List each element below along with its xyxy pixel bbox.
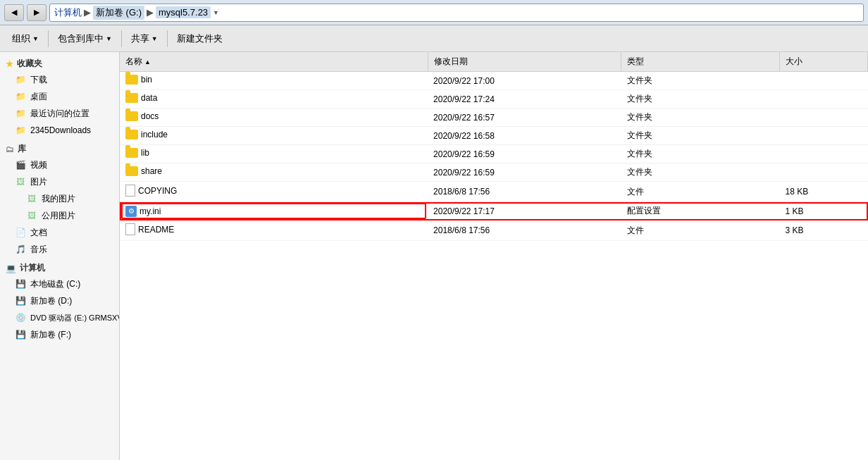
new-folder-label: 新建文件夹 [177,32,223,45]
sidebar-item-f[interactable]: 💾 新加卷 (F:) [0,326,119,343]
cell-name: include [120,127,428,145]
favorites-header[interactable]: ★ 收藏夹 [0,55,119,71]
sidebar-video-label: 视频 [30,159,47,171]
breadcrumb-folder[interactable]: mysql5.7.23 [156,6,211,18]
sidebar-item-music[interactable]: 🎵 音乐 [0,241,119,258]
breadcrumb-drive[interactable]: 新加卷 (G:) [93,6,144,20]
include-lib-label: 包含到库中 [58,32,104,45]
folder-icon [125,93,138,103]
breadcrumb-dropdown[interactable]: ▼ [213,9,219,16]
folder-icon [125,148,138,158]
sidebar-doc-label: 文档 [30,227,47,239]
table-row[interactable]: lib2020/9/22 16:59文件夹 [120,145,868,163]
cell-date: 2020/9/22 16:58 [428,127,621,145]
sidebar-item-picture[interactable]: 🖼 图片 [0,173,119,190]
cell-name: lib [120,145,428,163]
cell-type: 文件 [621,182,780,202]
sidebar: ★ 收藏夹 📁 下载 📁 桌面 📁 最近访问的位置 📁 2345Download… [0,52,120,460]
cell-date: 2020/9/22 16:59 [428,145,621,163]
cell-date: 2020/9/22 16:57 [428,108,621,127]
cell-size [780,145,868,163]
cell-size: 3 KB [780,220,868,241]
computer-label: 计算机 [20,262,45,274]
picture-icon: 🖼 [14,175,27,188]
favorites-section: ★ 收藏夹 📁 下载 📁 桌面 📁 最近访问的位置 📁 2345Download… [0,55,119,139]
cell-date: 2020/9/22 17:00 [428,72,621,90]
cell-date: 2020/9/22 16:59 [428,163,621,182]
sidebar-item-mypic[interactable]: 🖼 我的图片 [0,190,119,207]
table-row[interactable]: bin2020/9/22 17:00文件夹 [120,72,868,90]
include-lib-arrow: ▼ [106,35,112,42]
share-button[interactable]: 共享 ▼ [125,29,164,49]
file-icon [125,223,135,235]
col-type[interactable]: 类型 [621,52,780,72]
sidebar-mypic-label: 我的图片 [42,193,75,205]
folder-icon [125,75,138,85]
breadcrumb-sep-1: ▶ [84,7,91,18]
table-row[interactable]: ⚙my.ini2020/9/22 17:17配置设置1 KB [120,202,868,220]
cell-name: README [120,220,428,241]
table-row[interactable]: README2018/6/8 17:56文件3 KB [120,220,868,241]
library-section: 🗂 库 🎬 视频 🖼 图片 🖼 我的图片 🖼 公用图片 📄 文档 [0,140,119,258]
disk-f-icon: 💾 [14,328,27,341]
breadcrumb-bar[interactable]: 计算机 ▶ 新加卷 (G:) ▶ mysql5.7.23 ▼ [49,4,864,22]
cell-size [780,163,868,182]
sidebar-f-label: 新加卷 (F:) [30,329,71,341]
sidebar-item-d[interactable]: 💾 新加卷 (D:) [0,292,119,309]
toolbar-divider-2 [121,30,122,47]
computer-icon: 💻 [6,263,16,273]
table-row[interactable]: data2020/9/22 17:24文件夹 [120,90,868,108]
sidebar-item-pubpic[interactable]: 🖼 公用图片 [0,207,119,224]
sidebar-item-doc[interactable]: 📄 文档 [0,224,119,241]
sidebar-download-label: 下载 [30,74,47,86]
cell-type: 文件 [621,220,780,241]
computer-header[interactable]: 💻 计算机 [0,259,119,275]
cell-type: 配置设置 [621,202,780,220]
sidebar-e-label: DVD 驱动器 (E:) GRMSXVOL_CN_DVD [30,313,120,323]
cell-type: 文件夹 [621,127,780,145]
sidebar-item-desktop[interactable]: 📁 桌面 [0,88,119,105]
forward-button[interactable]: ▶ [27,4,46,21]
table-row[interactable]: include2020/9/22 16:58文件夹 [120,127,868,145]
sidebar-item-c[interactable]: 💾 本地磁盘 (C:) [0,275,119,292]
file-list: 名称▲ 修改日期 类型 大小 bin2020/9/22 17:00文件夹data… [120,52,868,460]
cell-size: 1 KB [780,202,868,220]
pubpic-icon: 🖼 [25,209,38,222]
table-row[interactable]: COPYING2018/6/8 17:56文件18 KB [120,182,868,202]
sidebar-item-recent[interactable]: 📁 最近访问的位置 [0,105,119,122]
library-header[interactable]: 🗂 库 [0,140,119,156]
toolbar-divider-3 [167,30,168,47]
sidebar-d-label: 新加卷 (D:) [30,295,72,307]
file-table: 名称▲ 修改日期 类型 大小 bin2020/9/22 17:00文件夹data… [120,52,868,241]
sidebar-item-video[interactable]: 🎬 视频 [0,156,119,173]
share-label: 共享 [131,32,149,45]
table-row[interactable]: docs2020/9/22 16:57文件夹 [120,108,868,127]
col-date[interactable]: 修改日期 [428,52,621,72]
sidebar-music-label: 音乐 [30,244,47,256]
breadcrumb-computer[interactable]: 计算机 [54,6,82,19]
sidebar-item-download[interactable]: 📁 下载 [0,71,119,88]
organize-button[interactable]: 组织 ▼ [6,29,45,49]
dvd-icon: 💿 [14,311,27,324]
favorites-label: 收藏夹 [17,58,42,70]
include-lib-button[interactable]: 包含到库中 ▼ [51,29,118,49]
new-folder-button[interactable]: 新建文件夹 [170,29,229,49]
cell-date: 2020/9/22 17:17 [428,202,621,220]
cell-size [780,72,868,90]
col-name[interactable]: 名称▲ [120,52,428,72]
cell-type: 文件夹 [621,145,780,163]
folder-icon: 📁 [14,107,27,120]
cell-name: data [120,90,428,108]
sidebar-item-2345[interactable]: 📁 2345Downloads [0,122,119,139]
file-icon [125,185,135,197]
sidebar-2345-label: 2345Downloads [30,125,91,135]
sidebar-item-e[interactable]: 💿 DVD 驱动器 (E:) GRMSXVOL_CN_DVD [0,309,119,326]
col-size[interactable]: 大小 [780,52,868,72]
table-row[interactable]: share2020/9/22 16:59文件夹 [120,163,868,182]
cell-type: 文件夹 [621,108,780,127]
cell-date: 2020/9/22 17:24 [428,90,621,108]
back-button[interactable]: ◀ [4,4,24,21]
cell-name: docs [120,108,428,127]
disk-c-icon: 💾 [14,278,27,290]
doc-icon: 📄 [14,226,27,239]
